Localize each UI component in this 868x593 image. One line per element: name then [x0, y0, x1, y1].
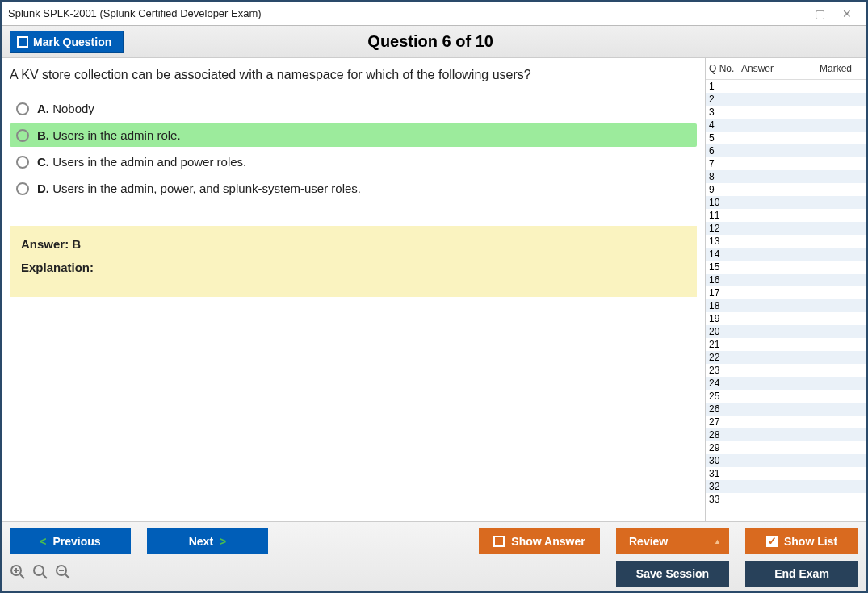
option-text: D. Users in the admin, power, and splunk… [37, 182, 361, 195]
radio-icon [16, 156, 29, 169]
question-list-row[interactable]: 31 [706, 467, 866, 480]
option-a[interactable]: A. Nobody [10, 97, 697, 120]
save-session-button[interactable]: Save Session [616, 561, 729, 587]
question-list-row[interactable]: 33 [706, 493, 866, 506]
row-marked [803, 455, 864, 466]
row-marked [803, 326, 864, 337]
footer: < Previous Next > Show Answer Review ▲ S… [2, 521, 866, 591]
question-list-row[interactable]: 21 [706, 338, 866, 351]
svg-line-1 [20, 574, 24, 578]
row-answer [741, 468, 803, 479]
question-list-row[interactable]: 23 [706, 364, 866, 377]
question-list-row[interactable]: 11 [706, 209, 866, 222]
question-area: A KV store collection can be associated … [2, 58, 705, 521]
end-exam-button[interactable]: End Exam [745, 561, 858, 587]
question-list[interactable]: 1234567891011121314151617181920212223242… [706, 80, 866, 521]
row-marked [803, 481, 864, 492]
question-counter: Question 6 of 10 [124, 32, 737, 51]
question-list-row[interactable]: 32 [706, 480, 866, 493]
row-qno: 27 [709, 416, 741, 428]
question-list-row[interactable]: 28 [706, 428, 866, 441]
question-list-row[interactable]: 3 [706, 106, 866, 119]
question-list-row[interactable]: 10 [706, 196, 866, 209]
question-list-row[interactable]: 6 [706, 144, 866, 157]
option-d[interactable]: D. Users in the admin, power, and splunk… [10, 177, 697, 200]
row-qno: 18 [709, 300, 741, 311]
row-answer [741, 236, 803, 247]
question-list-row[interactable]: 9 [706, 183, 866, 196]
row-qno: 14 [709, 248, 741, 260]
review-button[interactable]: Review ▲ [616, 528, 729, 554]
option-b[interactable]: B. Users in the admin role. [10, 123, 697, 147]
question-list-row[interactable]: 14 [706, 248, 866, 261]
question-list-row[interactable]: 4 [706, 119, 866, 132]
question-list-row[interactable]: 1 [706, 80, 866, 93]
close-icon[interactable]: ✕ [841, 7, 853, 20]
question-list-row[interactable]: 5 [706, 132, 866, 144]
row-answer [741, 261, 803, 273]
row-answer [741, 158, 803, 169]
question-list-row[interactable]: 20 [706, 325, 866, 338]
question-list-row[interactable]: 22 [706, 351, 866, 364]
mark-question-button[interactable]: Mark Question [10, 31, 124, 53]
question-list-row[interactable]: 27 [706, 416, 866, 428]
chevron-right-icon: > [220, 535, 226, 548]
svg-line-7 [65, 574, 69, 578]
row-qno: 2 [709, 94, 741, 105]
zoom-out-icon[interactable] [55, 564, 71, 584]
question-list-row[interactable]: 7 [706, 157, 866, 170]
row-answer [741, 455, 803, 466]
minimize-icon[interactable]: — [786, 7, 799, 20]
explanation-label: Explanation: [21, 261, 94, 274]
question-list-row[interactable]: 19 [706, 312, 866, 325]
row-marked [803, 119, 864, 131]
previous-label: Previous [53, 535, 101, 548]
row-qno: 13 [709, 236, 741, 247]
row-marked [803, 352, 864, 363]
row-marked [803, 287, 864, 299]
col-marked: Marked [803, 63, 864, 74]
row-answer [741, 248, 803, 260]
question-list-row[interactable]: 18 [706, 299, 866, 312]
row-qno: 33 [709, 494, 741, 505]
row-qno: 25 [709, 390, 741, 402]
zoom-reset-icon[interactable] [32, 564, 48, 584]
question-list-row[interactable]: 15 [706, 261, 866, 274]
maximize-icon[interactable]: ▢ [813, 7, 826, 20]
question-list-row[interactable]: 30 [706, 454, 866, 467]
window-title: Splunk SPLK-2001 (Splunk Certified Devel… [8, 7, 262, 19]
row-answer [741, 197, 803, 208]
question-list-row[interactable]: 13 [706, 235, 866, 248]
row-answer [741, 81, 803, 92]
next-button[interactable]: Next > [147, 528, 268, 554]
question-list-row[interactable]: 17 [706, 286, 866, 299]
show-answer-button[interactable]: Show Answer [479, 528, 600, 554]
question-list-row[interactable]: 26 [706, 403, 866, 416]
answer-box: Answer: B Explanation: [10, 226, 697, 297]
option-c[interactable]: C. Users in the admin and power roles. [10, 150, 697, 173]
previous-button[interactable]: < Previous [10, 528, 131, 554]
row-qno: 31 [709, 468, 741, 479]
question-list-row[interactable]: 29 [706, 441, 866, 454]
row-answer [741, 145, 803, 157]
row-answer [741, 223, 803, 234]
end-exam-label: End Exam [774, 567, 829, 580]
row-answer [741, 481, 803, 492]
option-text: C. Users in the admin and power roles. [37, 155, 246, 169]
question-text: A KV store collection can be associated … [10, 68, 697, 82]
row-marked [803, 145, 864, 157]
question-list-panel: Q No. Answer Marked 12345678910111213141… [705, 58, 866, 521]
row-answer [741, 352, 803, 363]
answer-label: Answer: B [21, 237, 686, 251]
question-list-row[interactable]: 16 [706, 274, 866, 286]
question-list-row[interactable]: 2 [706, 93, 866, 106]
zoom-in-icon[interactable] [10, 564, 26, 584]
row-qno: 7 [709, 158, 741, 169]
show-list-button[interactable]: Show List [745, 528, 858, 554]
row-qno: 15 [709, 261, 741, 273]
question-list-row[interactable]: 8 [706, 170, 866, 183]
row-qno: 11 [709, 210, 741, 221]
question-list-row[interactable]: 24 [706, 377, 866, 390]
question-list-row[interactable]: 12 [706, 222, 866, 235]
question-list-row[interactable]: 25 [706, 390, 866, 403]
